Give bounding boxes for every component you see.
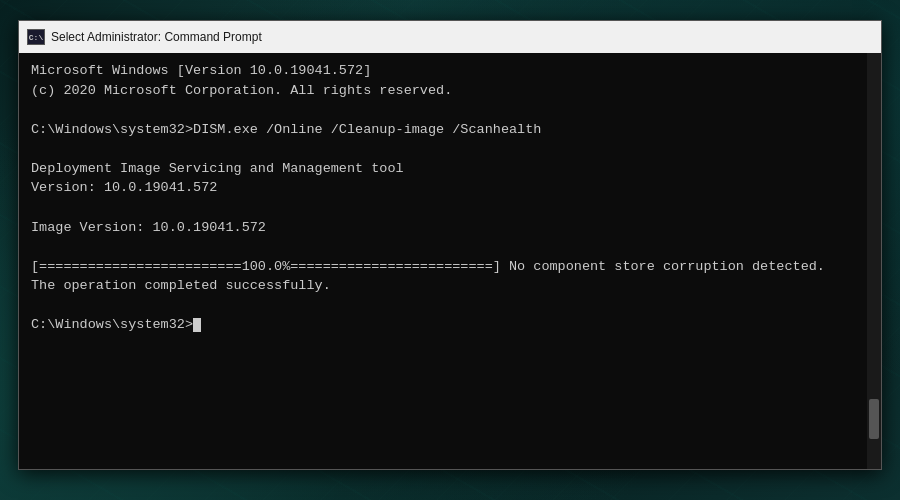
terminal-blank-line <box>31 237 869 257</box>
terminal-prompt-line: C:\Windows\system32> <box>31 315 869 335</box>
terminal-line: [=========================100.0%========… <box>31 257 869 277</box>
terminal-blank-line <box>31 296 869 316</box>
terminal-blank-line <box>31 198 869 218</box>
terminal-line: Microsoft Windows [Version 10.0.19041.57… <box>31 61 869 81</box>
terminal-line: (c) 2020 Microsoft Corporation. All righ… <box>31 81 869 101</box>
terminal-blank-line <box>31 100 869 120</box>
terminal-output[interactable]: Microsoft Windows [Version 10.0.19041.57… <box>19 53 881 469</box>
terminal-line: C:\Windows\system32>DISM.exe /Online /Cl… <box>31 120 869 140</box>
terminal-line: Image Version: 10.0.19041.572 <box>31 218 869 238</box>
cmd-window-icon: C:\ <box>27 29 45 45</box>
terminal-cursor <box>193 318 201 332</box>
terminal-line: The operation completed successfully. <box>31 276 869 296</box>
scrollbar-thumb[interactable] <box>869 399 879 439</box>
terminal-line: Deployment Image Servicing and Managemen… <box>31 159 869 179</box>
cmd-window: C:\ Select Administrator: Command Prompt… <box>18 20 882 470</box>
window-title: Select Administrator: Command Prompt <box>51 30 873 44</box>
terminal-line: Version: 10.0.19041.572 <box>31 178 869 198</box>
terminal-blank-line <box>31 139 869 159</box>
scrollbar[interactable] <box>867 53 881 469</box>
title-bar: C:\ Select Administrator: Command Prompt <box>19 21 881 53</box>
